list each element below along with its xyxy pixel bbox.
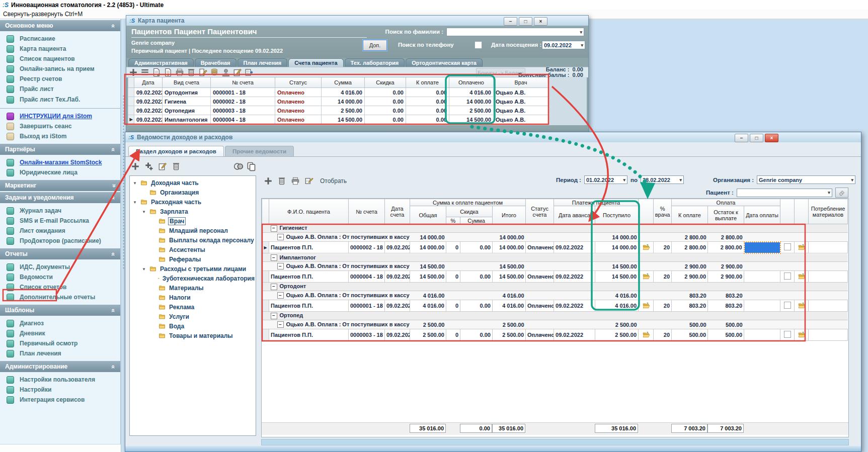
- group-name-cell[interactable]: −Имплантолог: [269, 253, 848, 262]
- add-icon[interactable]: [263, 176, 273, 186]
- statement-cell[interactable]: [526, 233, 554, 242]
- sidebar-section-header[interactable]: Администрирование «: [0, 361, 120, 372]
- cell-received[interactable]: 14 000.00: [595, 242, 639, 253]
- patient-tab-1[interactable]: Врачебная: [195, 58, 236, 67]
- col-header-disc-sum[interactable]: Сумма: [460, 217, 493, 224]
- invoice-cell[interactable]: 0.00: [406, 115, 449, 124]
- statement-cell[interactable]: [446, 233, 460, 242]
- cell-fio[interactable]: Пациентов П.П.: [269, 300, 349, 312]
- sidebar-item[interactable]: Настройки: [0, 385, 120, 395]
- cell-disc-pct[interactable]: 0: [446, 242, 460, 253]
- sidebar-item[interactable]: Расписание: [0, 34, 120, 44]
- group-name-cell[interactable]: −Ортодонт: [269, 283, 848, 291]
- col-header-pay-date[interactable]: Дата оплаты: [744, 206, 780, 224]
- col-header-status[interactable]: Статус счета: [526, 199, 554, 224]
- sidebar-item[interactable]: ПроДокторов (расписание): [0, 236, 120, 246]
- patient-icon[interactable]: [221, 68, 231, 77]
- collapse-icon[interactable]: −: [271, 313, 277, 319]
- sidebar-item[interactable]: Выход из iStom: [0, 131, 120, 141]
- cell-rest[interactable]: 2 800.00: [708, 242, 744, 253]
- sidebar-section-header[interactable]: Шаблоны «: [0, 305, 120, 316]
- statement-cell[interactable]: [526, 262, 554, 271]
- col-header-payments-group[interactable]: Платежи пациента: [554, 199, 639, 206]
- cell-total[interactable]: 4 016.00: [410, 300, 446, 312]
- maximize-button[interactable]: □: [519, 17, 532, 26]
- copy-icon[interactable]: [246, 162, 256, 171]
- col-header-rest[interactable]: Остаток к выплате: [708, 206, 744, 224]
- subgroup-rest[interactable]: 2 900.00: [708, 262, 744, 271]
- statement-cell[interactable]: [744, 291, 780, 300]
- cell-received[interactable]: 14 500.00: [595, 271, 639, 283]
- visit-date-select[interactable]: 09.02.2022▾: [542, 41, 585, 49]
- invoice-cell[interactable]: Оплачено: [275, 97, 322, 106]
- cell-itog[interactable]: 4 016.00: [493, 300, 526, 312]
- invoice-icon[interactable]: [151, 68, 162, 77]
- invoice-cell[interactable]: 2 500.00: [449, 106, 494, 115]
- invoice-cell[interactable]: 2 500.00: [322, 106, 365, 115]
- more-button[interactable]: Доп.: [363, 40, 387, 51]
- statement-cell[interactable]: [654, 262, 672, 271]
- group-name-cell[interactable]: −Ортопед: [269, 312, 848, 320]
- folder-open-icon[interactable]: [639, 329, 654, 341]
- tree-item[interactable]: Товары и материалы: [130, 331, 256, 340]
- cell-itog[interactable]: 2 500.00: [493, 329, 526, 341]
- statement-cell[interactable]: [446, 291, 460, 300]
- cell-total[interactable]: 2 500.00: [410, 329, 446, 341]
- subgroup-label-cell[interactable]: −Оцько А.В. Оплата : От поступивших в ка…: [269, 233, 410, 242]
- cell-date[interactable]: 09.02.2022: [385, 329, 410, 341]
- sidebar-item[interactable]: Первичный осмотр: [0, 338, 120, 348]
- sidebar-item[interactable]: Настройки пользователя: [0, 375, 120, 385]
- invoice-cell[interactable]: 0.00: [365, 115, 406, 124]
- col-header[interactable]: Дата: [134, 77, 163, 88]
- invoice-cell[interactable]: 0000003 - 18: [211, 106, 275, 115]
- cell-adv-date[interactable]: 09.02.2022: [554, 329, 595, 341]
- statement-cell[interactable]: [554, 320, 595, 329]
- statement-cell[interactable]: [526, 291, 554, 300]
- statements-window-titlebar[interactable]: :S Ведомости доходов и расходов – □ ×: [125, 132, 861, 142]
- invoice-row[interactable]: 09.02.2022Гигиена0000002 - 18Оплачено14 …: [128, 97, 548, 106]
- statement-cell[interactable]: [460, 291, 493, 300]
- subgroup-to-pay[interactable]: 500.00: [672, 320, 708, 329]
- folder-open-icon[interactable]: [795, 300, 809, 312]
- statement-cell[interactable]: [780, 233, 795, 242]
- statement-cell[interactable]: [744, 320, 780, 329]
- invoice-cell[interactable]: Оцько А.В.: [494, 106, 548, 115]
- menu-item-collapse[interactable]: Свернуть-развернуть Ctrl+M: [3, 11, 83, 18]
- collapse-icon[interactable]: −: [277, 234, 284, 240]
- delete-icon[interactable]: [171, 162, 181, 171]
- tree-item[interactable]: Выплаты оклада персоналу: [130, 235, 256, 245]
- statement-cell[interactable]: [809, 233, 848, 242]
- sidebar-item[interactable]: План лечения: [0, 348, 120, 358]
- cell-to-pay[interactable]: 500.00: [672, 329, 708, 341]
- cell-total[interactable]: 14 500.00: [410, 271, 446, 283]
- col-header[interactable]: № счета: [211, 77, 275, 88]
- delete-icon[interactable]: [277, 176, 287, 186]
- statement-cell[interactable]: [460, 320, 493, 329]
- cell-fio[interactable]: Пациентов П.П.: [269, 242, 349, 253]
- cell-doctor-pct[interactable]: 20: [654, 300, 672, 312]
- tree-item[interactable]: ▾ Расходная часть: [130, 197, 256, 207]
- folder-open-icon[interactable]: [639, 271, 654, 283]
- group-name-cell[interactable]: −Гигиенист: [269, 224, 848, 233]
- statement-cell[interactable]: [526, 320, 554, 329]
- sidebar-section-header[interactable]: Маркетинг «: [0, 180, 120, 191]
- collapse-icon[interactable]: −: [277, 263, 284, 269]
- add-sub-icon[interactable]: [144, 162, 154, 171]
- subgroup-rest[interactable]: 500.00: [708, 320, 744, 329]
- col-header[interactable]: Скидка: [365, 77, 406, 88]
- statement-cell[interactable]: [795, 233, 809, 242]
- group-row[interactable]: −Ортодонт: [262, 283, 848, 291]
- subgroup-to-pay[interactable]: 803.20: [672, 291, 708, 300]
- invoice-cell[interactable]: 09.02.2022: [134, 88, 163, 97]
- group-row[interactable]: −Ортопед: [262, 312, 848, 320]
- collapse-icon[interactable]: −: [277, 292, 284, 299]
- invoice-cell[interactable]: 4 016.00: [449, 88, 494, 97]
- add-icon[interactable]: [130, 162, 140, 171]
- statement-cell[interactable]: [639, 291, 654, 300]
- cell-date[interactable]: 09.02.2022: [385, 271, 410, 283]
- tree-item[interactable]: ▾ Расходы с третьими лицами: [130, 264, 256, 274]
- select-label[interactable]: Отобрать: [320, 177, 347, 185]
- tree-item[interactable]: Материалы: [130, 283, 256, 293]
- tree-item[interactable]: ▾ Зарплата: [130, 207, 256, 216]
- statements-tab-0[interactable]: Раздел доходов и расходов: [128, 146, 224, 156]
